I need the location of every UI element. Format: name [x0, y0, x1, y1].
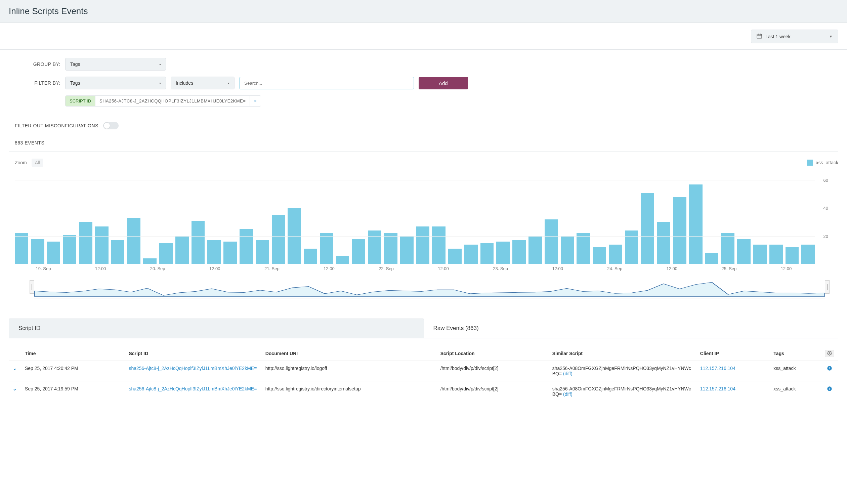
tab-raw-events[interactable]: Raw Events (863): [424, 319, 839, 338]
y-axis-tick: 20: [824, 234, 828, 238]
chart-bar[interactable]: [320, 233, 333, 264]
chart-bar[interactable]: [143, 258, 157, 264]
filter-operator-value: Includes: [176, 80, 193, 86]
chart-bar[interactable]: [304, 249, 317, 264]
chart-bar[interactable]: [609, 245, 622, 264]
chart-bar[interactable]: [400, 236, 414, 264]
table-settings-button[interactable]: [825, 350, 834, 357]
x-axis-tick: 12:00: [95, 266, 106, 271]
diff-link[interactable]: (diff): [563, 392, 573, 397]
cell-document-uri: http://sso.lightregistry.io/logoff: [262, 361, 436, 381]
chart-bar[interactable]: [47, 241, 60, 264]
filter-chip-value: SHA256-AJTC8-J_2AZHCQQHOPLF3IZYLJ1LMBMXH…: [95, 96, 250, 106]
chart-bar[interactable]: [79, 222, 92, 264]
filter-operator-select[interactable]: Includes ▾: [171, 77, 235, 89]
caret-down-icon: ▾: [159, 62, 161, 66]
chart-bar[interactable]: [15, 233, 28, 264]
row-details-button[interactable]: [821, 381, 838, 402]
events-chart[interactable]: 204060: [15, 180, 838, 264]
chart-bar[interactable]: [786, 247, 799, 264]
chart-bar[interactable]: [528, 236, 542, 264]
diff-link[interactable]: (diff): [563, 371, 573, 376]
chart-bar[interactable]: [239, 229, 253, 264]
chart-bar[interactable]: [432, 227, 446, 265]
expand-row-button[interactable]: ⌄: [9, 361, 21, 381]
chart-bar[interactable]: [448, 249, 462, 264]
chart-bar[interactable]: [593, 247, 606, 264]
expand-row-button[interactable]: ⌄: [9, 381, 21, 402]
chevron-down-icon: ⌄: [13, 386, 17, 392]
chart-navigator[interactable]: 19. Sep20. Sep21. Sep22. Sep23. Sep24. S…: [34, 278, 825, 299]
x-axis-tick: 12:00: [324, 266, 335, 271]
nav-axis-tick: 22. Sep: [423, 298, 436, 299]
chart-bar[interactable]: [512, 240, 526, 264]
chart-bar[interactable]: [111, 240, 125, 264]
filter-field-select[interactable]: Tags ▾: [65, 77, 166, 89]
chart-bar[interactable]: [352, 239, 365, 264]
cell-tags: xss_attack: [769, 381, 821, 402]
chart-bar[interactable]: [192, 221, 205, 264]
chart-bar[interactable]: [384, 233, 397, 264]
chart-bar[interactable]: [769, 245, 783, 264]
chart-bar[interactable]: [416, 227, 430, 265]
chart-bar[interactable]: [721, 233, 735, 264]
client-ip-link[interactable]: 112.157.216.104: [700, 365, 736, 371]
chart-bar[interactable]: [673, 197, 686, 264]
chart-bar[interactable]: [368, 231, 381, 264]
cell-similar-script: sha256-A08OmFGXGZjnMgeFRMlrNsPQHO33yqMyN…: [548, 381, 696, 402]
col-tags: Tags: [769, 345, 821, 361]
nav-axis-tick: 19. Sep: [88, 298, 102, 299]
nav-axis-tick: 23. Sep: [534, 298, 548, 299]
chart-bar[interactable]: [336, 256, 349, 264]
filter-search-input[interactable]: [239, 77, 414, 89]
x-axis-tick: 23. Sep: [493, 266, 508, 271]
chart-bar[interactable]: [175, 236, 189, 264]
script-id-link[interactable]: sha256-Ajtc8-j_2AzHcQqHoplf3IZylJ1LmBmXh…: [129, 365, 257, 371]
chart-bar[interactable]: [705, 253, 719, 264]
chart-bar[interactable]: [625, 231, 638, 264]
chart-bar[interactable]: [223, 241, 237, 264]
group-by-value: Tags: [70, 61, 80, 67]
add-filter-button[interactable]: Add: [419, 77, 468, 89]
chart-bar[interactable]: [801, 245, 815, 264]
filter-chip-remove-icon[interactable]: ×: [250, 96, 261, 106]
chart-bar[interactable]: [127, 218, 141, 265]
chart-bar[interactable]: [561, 236, 574, 264]
chart-bar[interactable]: [641, 193, 654, 265]
chart-bar[interactable]: [256, 240, 269, 264]
group-by-select[interactable]: Tags ▾: [65, 58, 166, 71]
chart-bar[interactable]: [545, 219, 558, 264]
caret-down-icon: ▾: [159, 81, 161, 85]
chart-bar[interactable]: [31, 239, 44, 264]
chart-bar[interactable]: [753, 245, 767, 264]
date-range-selector[interactable]: Last 1 week ▼: [751, 30, 838, 43]
svg-point-4: [829, 353, 830, 354]
group-by-label: GROUP BY:: [20, 61, 60, 67]
legend-swatch-icon: [807, 160, 813, 166]
chart-bar[interactable]: [496, 241, 510, 264]
row-details-button[interactable]: [821, 361, 838, 381]
tab-script-id[interactable]: Script ID: [9, 319, 424, 338]
page-title: Inline Scripts Events: [9, 6, 838, 16]
chart-bar[interactable]: [481, 243, 494, 265]
chart-bar[interactable]: [657, 222, 670, 264]
misconfig-toggle[interactable]: [103, 122, 119, 129]
chart-bar[interactable]: [63, 235, 76, 265]
gridline: [15, 208, 815, 208]
y-axis-tick: 60: [824, 178, 828, 183]
chart-bar[interactable]: [737, 239, 751, 264]
chart-bar[interactable]: [464, 245, 478, 264]
range-handle-right[interactable]: [825, 280, 830, 294]
zoom-all-button[interactable]: All: [32, 159, 44, 167]
range-handle-left[interactable]: [30, 280, 34, 294]
client-ip-link[interactable]: 112.157.216.104: [700, 386, 736, 392]
script-id-link[interactable]: sha256-Ajtc8-j_2AzHcQqHoplf3IZylJ1LmBmXh…: [129, 386, 257, 392]
chart-bar[interactable]: [159, 243, 173, 265]
chart-bar[interactable]: [95, 227, 109, 265]
chart-bar[interactable]: [272, 215, 285, 264]
col-document-uri: Document URI: [262, 345, 436, 361]
table-row: ⌄Sep 25, 2017 4:19:59 PMsha256-Ajtc8-j_2…: [9, 381, 838, 402]
chart-bar[interactable]: [689, 184, 703, 265]
chart-bar[interactable]: [577, 233, 590, 264]
chart-bar[interactable]: [207, 240, 221, 264]
